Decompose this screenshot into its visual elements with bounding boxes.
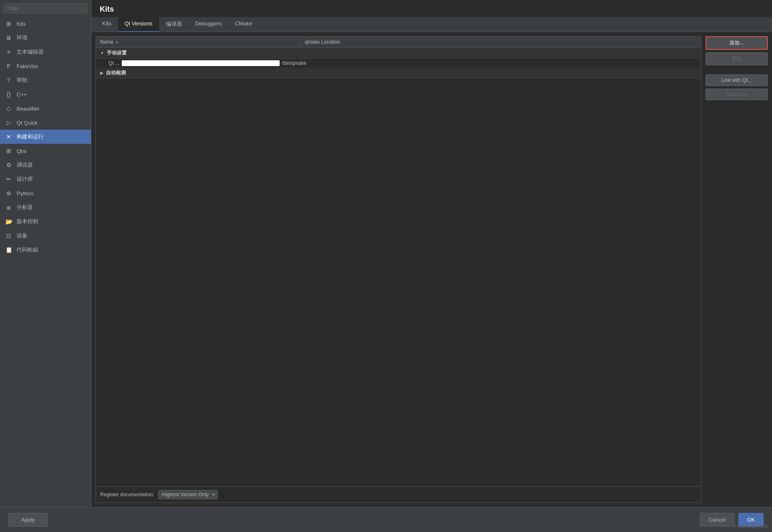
sidebar: ⊞Kits🖥环境≡文本编辑器FFakeVim?帮助{}C++◇Beautifie… [0,0,91,507]
sidebar-icon-beautifier: ◇ [5,105,12,112]
sidebar-icon-build-run: ✕ [5,133,12,140]
sidebar-item-code-snippets[interactable]: 📋代码粘贴 [0,243,91,257]
table-body: ▼ 手动设置 Qt ... /bin/qmake ▶ 自动检测 [96,48,701,486]
sidebar-icon-cpp: {} [5,91,12,98]
sidebar-item-designer[interactable]: ✏设计师 [0,172,91,186]
sidebar-label-designer: 设计师 [17,175,33,183]
sidebar-item-debugger[interactable]: ⚙调试器 [0,158,91,172]
sidebar-icon-environment: 🖥 [5,34,12,42]
name-col-label: Name [100,39,113,45]
sidebar-label-analyzer: 分析器 [17,204,33,211]
qt-version-item[interactable]: Qt ... /bin/qmake [96,59,701,68]
content-area: Kits KitsQt Versions编译器DebuggersCMake Na… [91,0,772,507]
sidebar-item-environment[interactable]: 🖥环境 [0,31,91,45]
tab-kits[interactable]: Kits [96,17,118,32]
cancel-button[interactable]: Cancel [700,513,734,527]
col-qmake-header: qmake Location [301,37,701,47]
sidebar-icon-devices: ⊡ [5,232,12,239]
sidebar-item-devices[interactable]: ⊡设备 [0,229,91,243]
tab-debuggers[interactable]: Debuggers [189,17,229,32]
sidebar-icon-designer: ✏ [5,175,12,183]
sidebar-icon-vcs: 📂 [5,218,12,225]
tab-qt-versions[interactable]: Qt Versions [118,17,159,32]
sidebar-item-vcs[interactable]: 📂版本控制 [0,214,91,229]
sort-arrow-icon: ▲ [115,40,119,44]
sidebar-label-cpp: C++ [17,91,27,98]
register-doc-label: Register documentation: [100,492,154,498]
group-manual[interactable]: ▼ 手动设置 [96,48,701,59]
group-arrow-manual: ▼ [100,51,104,55]
sidebar-icon-text-editor: ≡ [5,48,12,56]
table-container: Name ▲ qmake Location ▼ 手动设置 Qt ... /bin… [96,36,701,503]
sidebar-item-cpp[interactable]: {}C++ [0,87,91,101]
sidebar-label-build-run: 构建和运行 [17,133,44,140]
sidebar-label-help: 帮助 [17,76,27,84]
sidebar-label-code-snippets: 代码粘贴 [17,246,38,254]
remove-button[interactable]: 删除 [706,52,768,65]
tab-compiler[interactable]: 编译器 [159,17,189,32]
sidebar-item-text-editor[interactable]: ≡文本编辑器 [0,45,91,59]
table-header: Name ▲ qmake Location [96,37,701,48]
sidebar-scroll: ⊞Kits🖥环境≡文本编辑器FFakeVim?帮助{}C++◇Beautifie… [0,17,91,507]
sidebar-icon-fakevim: F [5,62,12,70]
sidebar-label-kits: Kits [17,21,26,27]
sidebar-label-python: Python [17,190,33,197]
sidebar-item-help[interactable]: ?帮助 [0,73,91,87]
buttons-panel: 添加... 删除 Link with Qt... Clean Up [706,36,768,503]
sidebar-item-qt-quick[interactable]: ▷Qt Quick [0,116,91,130]
qmake-location-redacted [122,60,280,66]
panel-area: Name ▲ qmake Location ▼ 手动设置 Qt ... /bin… [91,32,772,507]
apply-button[interactable]: Apply [8,513,48,527]
tab-cmake[interactable]: CMake [228,17,258,32]
col-name-header: Name ▲ [96,37,301,47]
sidebar-item-build-run[interactable]: ✕构建和运行 [0,130,91,144]
register-doc-select-wrapper: Highest Version OnlyAllNone [158,490,218,499]
sidebar-icon-qt-quick: ▷ [5,119,12,126]
sidebar-label-devices: 设备 [17,232,27,239]
group-manual-label: 手动设置 [107,49,127,57]
footer: Apply Cancel OK [0,507,772,532]
sidebar-item-analyzer[interactable]: ≣分析器 [0,200,91,214]
filter-input[interactable] [3,3,88,13]
register-doc-bar: Register documentation: Highest Version … [96,486,701,502]
group-arrow-auto: ▶ [100,71,103,75]
sidebar-label-beautifier: Beautifier [17,106,39,112]
sidebar-icon-help: ? [5,76,12,84]
sidebar-label-debugger: 调试器 [17,161,33,169]
add-button[interactable]: 添加... [706,36,768,50]
sidebar-label-qbs: Qbs [17,148,27,154]
sidebar-item-python[interactable]: ⊛Python [0,186,91,200]
group-auto[interactable]: ▶ 自动检测 [96,68,701,79]
sidebar-icon-code-snippets: 📋 [5,246,12,254]
clean-up-button[interactable]: Clean Up [706,89,768,100]
page-title: Kits [91,0,772,17]
watermark: CSDN @凝望星辰 [734,524,768,530]
group-auto-label: 自动检测 [106,69,126,76]
register-doc-select[interactable]: Highest Version OnlyAllNone [158,490,218,499]
sidebar-icon-qbs: ⊞ [5,147,12,155]
footer-left: Apply [8,513,48,527]
sidebar-label-text-editor: 文本编辑器 [17,48,44,56]
sidebar-label-qt-quick: Qt Quick [17,120,38,126]
link-with-qt-button[interactable]: Link with Qt... [706,74,768,86]
sidebar-icon-analyzer: ≣ [5,204,12,211]
sidebar-item-beautifier[interactable]: ◇Beautifier [0,101,91,116]
sidebar-label-fakevim: FakeVim [17,63,38,69]
sidebar-icon-debugger: ⚙ [5,161,12,169]
qt-version-name: Qt ... [108,60,119,66]
sidebar-icon-kits: ⊞ [5,20,12,27]
qmake-location-suffix: /bin/qmake [282,60,307,66]
sidebar-item-fakevim[interactable]: FFakeVim [0,59,91,73]
sidebar-label-environment: 环境 [17,34,27,42]
sidebar-item-kits[interactable]: ⊞Kits [0,17,91,31]
sidebar-icon-python: ⊛ [5,190,12,197]
sidebar-item-qbs[interactable]: ⊞Qbs [0,144,91,158]
tabs-bar: KitsQt Versions编译器DebuggersCMake [91,17,772,32]
sidebar-label-vcs: 版本控制 [17,218,38,225]
